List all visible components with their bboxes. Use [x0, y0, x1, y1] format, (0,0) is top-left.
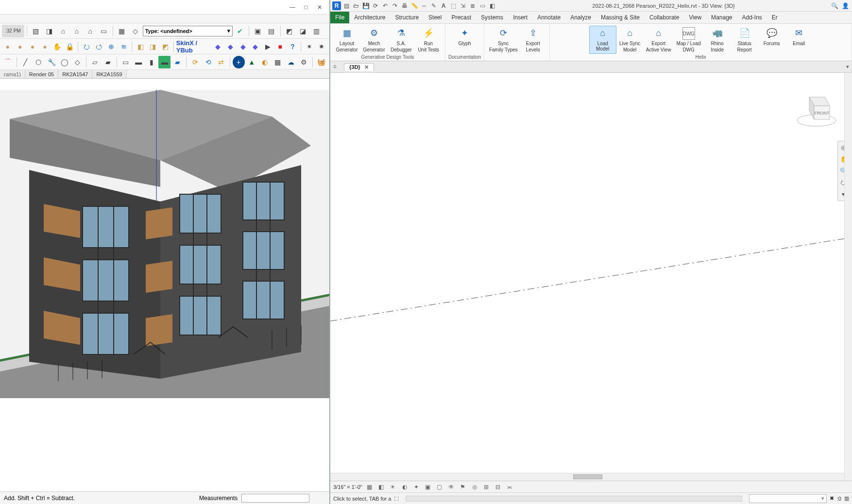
- 3d-icon[interactable]: ⬚: [449, 1, 458, 10]
- polygon-icon[interactable]: ⬡: [33, 56, 45, 68]
- cube-icon[interactable]: ◨: [147, 40, 159, 53]
- ribbon-tab-massing-site[interactable]: Massing & Site: [596, 12, 645, 23]
- undo-icon[interactable]: ↶: [381, 1, 390, 10]
- sa-debugger-button[interactable]: ⚗ S.A. Debugger: [388, 26, 415, 54]
- layers-icon[interactable]: ≋: [118, 40, 130, 53]
- arrow-icon[interactable]: ⇄: [215, 56, 227, 68]
- sheet-icon[interactable]: ▬: [158, 56, 170, 68]
- scene-tab[interactable]: RK2A1559: [92, 70, 126, 78]
- basket-icon[interactable]: 🧺: [315, 56, 327, 68]
- load-model-button[interactable]: ⌂ Load Model: [589, 26, 616, 54]
- sync-family-types-button[interactable]: ⟳ Sync Family Types: [487, 26, 519, 54]
- hide-icon[interactable]: 👁: [447, 483, 456, 491]
- sphere-icon[interactable]: ●: [2, 40, 14, 53]
- temp-icon[interactable]: ◎: [470, 483, 479, 491]
- search-icon[interactable]: 🔍: [831, 1, 839, 10]
- minimize-button[interactable]: —: [286, 2, 299, 13]
- reveal-icon[interactable]: ⚑: [459, 483, 467, 491]
- ribbon-tab-systems[interactable]: Systems: [476, 12, 508, 23]
- shadows-icon[interactable]: ◐: [400, 483, 409, 491]
- tool-icon[interactable]: ▤: [265, 25, 278, 37]
- section-icon[interactable]: ⇲: [459, 1, 467, 10]
- scrollbar-horizontal[interactable]: [330, 473, 844, 481]
- face-icon[interactable]: ▱: [89, 56, 101, 68]
- forums-button[interactable]: 💬 Forums: [758, 26, 785, 54]
- rhino-inside-button[interactable]: 🦏 Rhino Inside: [704, 26, 731, 54]
- crop-icon[interactable]: ▣: [424, 483, 432, 491]
- face-icon[interactable]: ▰: [102, 56, 114, 68]
- detail-level-icon[interactable]: ▦: [365, 483, 374, 491]
- arc-icon[interactable]: ⌒: [2, 56, 14, 68]
- close-icon[interactable]: ✕: [364, 64, 369, 70]
- folder-icon[interactable]: ▭: [98, 25, 110, 37]
- sphere-icon[interactable]: ●: [15, 40, 26, 53]
- scrollbar-vertical[interactable]: [844, 73, 852, 481]
- sheet-icon[interactable]: ≣: [468, 1, 477, 10]
- scene-tab[interactable]: rama1): [0, 70, 25, 78]
- sphere-icon[interactable]: ●: [39, 40, 51, 53]
- redo-icon[interactable]: ↷: [391, 1, 399, 10]
- ribbon-tab-insert[interactable]: Insert: [508, 12, 532, 23]
- tag-icon[interactable]: ◇: [129, 25, 142, 37]
- visual-style-icon[interactable]: ◧: [377, 483, 386, 491]
- ribbon-tab-structure[interactable]: Structure: [390, 12, 424, 23]
- tool-icon[interactable]: ◪: [297, 25, 309, 37]
- sync-icon[interactable]: ⟳: [371, 1, 380, 10]
- box-icon[interactable]: ▧: [30, 25, 42, 37]
- dim-icon[interactable]: ↔: [420, 1, 428, 10]
- ribbon-tab-overflow[interactable]: Er: [767, 12, 783, 23]
- home-icon[interactable]: ⌂: [333, 63, 341, 71]
- cloud-icon[interactable]: ☁: [285, 56, 297, 68]
- wrench-icon[interactable]: 🔧: [46, 56, 58, 68]
- view-icon[interactable]: ⊕: [105, 40, 117, 53]
- text-icon[interactable]: A: [439, 1, 448, 10]
- scene-tab[interactable]: Render 05: [25, 70, 58, 78]
- ribbon-tab-architecture[interactable]: Architecture: [349, 12, 390, 23]
- save-icon[interactable]: 💾: [361, 1, 370, 10]
- ellipse-icon[interactable]: ◯: [58, 56, 70, 68]
- line-icon[interactable]: ╱: [19, 56, 32, 68]
- sheet-icon[interactable]: ▬: [133, 56, 145, 68]
- home-plus-icon[interactable]: ⌂: [70, 25, 83, 37]
- sun-path-icon[interactable]: ☀: [389, 483, 397, 491]
- print-icon[interactable]: 🖶: [400, 1, 409, 10]
- refresh-icon[interactable]: ⟳: [189, 56, 201, 68]
- glyph-button[interactable]: ✦ Glyph: [449, 26, 480, 49]
- crop-icon[interactable]: ▢: [435, 483, 444, 491]
- viewcube[interactable]: FRONT: [795, 87, 838, 129]
- sun-icon[interactable]: ◐: [259, 56, 271, 68]
- status-report-button[interactable]: 📄 Status Report: [731, 26, 758, 54]
- wand-icon[interactable]: ✶: [304, 40, 315, 53]
- map-load-dwg-button[interactable]: DWG Map / Load DWG: [674, 26, 704, 54]
- home-icon[interactable]: ⌂: [57, 25, 69, 37]
- orbit-icon[interactable]: ⭮: [81, 40, 92, 53]
- play-icon[interactable]: ▶: [262, 40, 273, 53]
- open-icon[interactable]: 🗁: [352, 1, 360, 10]
- press-drag-icon[interactable]: ⬚: [394, 495, 399, 502]
- sheet-icon[interactable]: ▭: [119, 56, 132, 68]
- export-active-view-button[interactable]: ⌂ Export Active View: [644, 26, 674, 54]
- tool-icon[interactable]: ◩: [283, 25, 296, 37]
- tool-icon[interactable]: ▣: [252, 25, 264, 37]
- right-3d-viewport[interactable]: FRONT ◎ ✋ 🔍 ⭮ ▾ ▾: [330, 73, 852, 481]
- checker-icon[interactable]: ▩: [272, 56, 284, 68]
- email-button[interactable]: ✉ Email: [785, 26, 813, 54]
- wand-icon[interactable]: ✷: [316, 40, 327, 53]
- scrollbar-thumb[interactable]: [573, 474, 602, 479]
- overflow-icon[interactable]: ▾: [846, 64, 849, 70]
- ribbon-tab-precast[interactable]: Precast: [446, 12, 476, 23]
- mech-generator-button[interactable]: ⚙ Mech Generator: [360, 26, 388, 54]
- user-icon[interactable]: 👤: [841, 1, 850, 10]
- workset-combo[interactable]: ▾: [749, 494, 827, 503]
- gem-icon[interactable]: ◆: [250, 40, 261, 53]
- select-icon[interactable]: ✖: [830, 495, 834, 502]
- home-alt-icon[interactable]: ⌂: [84, 25, 97, 37]
- measurements-input[interactable]: [241, 494, 309, 503]
- lock-icon[interactable]: 🔒: [64, 40, 76, 53]
- tree-icon[interactable]: ▲: [246, 56, 258, 68]
- type-combo[interactable]: Type: <undefined> ▾: [143, 26, 233, 36]
- plus-icon[interactable]: +: [233, 56, 245, 68]
- view-tab-3d[interactable]: {3D} ✕: [344, 63, 374, 71]
- maximize-button[interactable]: □: [299, 2, 313, 13]
- cube-icon[interactable]: ◨: [43, 25, 56, 37]
